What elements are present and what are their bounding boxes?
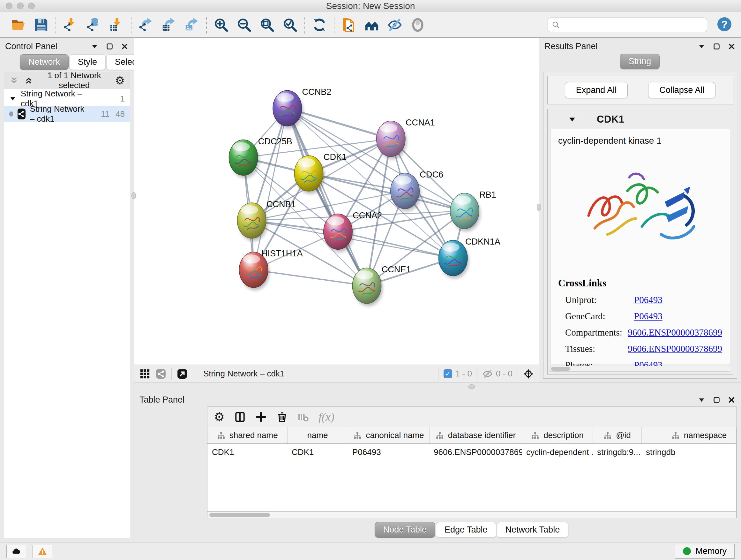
tab-string[interactable]: String [620, 54, 660, 69]
expand-all-button[interactable]: Expand All [565, 82, 628, 98]
panel-menu-icon[interactable] [90, 42, 99, 51]
table-horizontal-scrollbar[interactable] [207, 512, 737, 518]
horizontal-splitter-grip[interactable] [468, 384, 475, 389]
tab-edge-table[interactable]: Edge Table [436, 522, 496, 538]
network-node-CCNB2[interactable]: CCNB2 [273, 87, 331, 128]
hide-selected-button[interactable] [386, 16, 404, 34]
create-column-icon[interactable] [255, 411, 267, 423]
network-overview-button[interactable] [155, 368, 166, 379]
tab-node-table[interactable]: Node Table [375, 522, 435, 538]
collapse-all-button[interactable]: Collapse All [648, 82, 716, 98]
zoom-in-button[interactable] [212, 16, 230, 34]
search-input[interactable] [563, 20, 703, 30]
network-node-CCNB1[interactable]: CCNB1 [238, 199, 296, 241]
network-options-gear-icon[interactable]: ⚙ [115, 74, 125, 87]
delete-column-trash-icon[interactable] [276, 411, 288, 423]
import-network-from-database-button[interactable] [84, 16, 103, 34]
fit-selected-button[interactable] [523, 368, 534, 379]
network-edge[interactable] [254, 270, 367, 286]
save-session-button[interactable] [32, 16, 51, 34]
table-cell[interactable]: 9606.ENSP00000378699 [429, 444, 522, 460]
panel-close-icon[interactable] [727, 395, 736, 404]
panel-close-icon[interactable] [120, 42, 129, 51]
panel-menu-icon[interactable] [697, 42, 706, 51]
table-settings-gear-icon[interactable]: ⚙ [214, 411, 225, 423]
memory-button[interactable]: Memory [675, 544, 735, 559]
column-header--id[interactable]: @id [593, 427, 642, 444]
help-button[interactable]: ? [717, 17, 732, 33]
results-horizontal-scrollbar[interactable] [550, 366, 730, 372]
column-header-shared-name[interactable]: shared name [207, 427, 287, 444]
table-cell[interactable]: CDK1 [287, 444, 348, 460]
entry-caret-down-icon[interactable] [568, 115, 576, 124]
column-header-description[interactable]: description [522, 427, 593, 444]
table-cell[interactable]: cyclin-dependent ... [522, 444, 593, 460]
import-network-from-file-button[interactable] [61, 16, 80, 34]
export-network-button[interactable] [137, 16, 155, 34]
left-splitter-grip[interactable] [131, 192, 136, 199]
table-cell[interactable]: stringdb:9... [593, 444, 642, 460]
panel-menu-icon[interactable] [697, 395, 706, 404]
network-edge[interactable] [338, 232, 453, 258]
export-table-button[interactable] [159, 16, 178, 34]
refresh-view-button[interactable] [310, 16, 329, 34]
import-table-button[interactable] [107, 16, 126, 34]
grid-view-button[interactable] [139, 368, 150, 379]
tab-network-table[interactable]: Network Table [497, 522, 569, 538]
crosslink-link[interactable]: 9606.ENSP00000378699 [628, 344, 722, 354]
tree-caret-down-icon[interactable] [9, 95, 16, 102]
cloud-status-button[interactable] [6, 545, 26, 558]
tab-network[interactable]: Network [20, 54, 69, 70]
network-node-CDK1[interactable]: CDK1 [294, 152, 347, 194]
first-neighbors-button[interactable] [362, 16, 381, 34]
open-in-new-window-button[interactable] [177, 368, 188, 379]
gene-entry-header[interactable]: CDK1 [548, 109, 733, 129]
network-node-CDC6[interactable]: CDC6 [391, 170, 443, 211]
horizontal-splitter[interactable] [134, 382, 741, 391]
panel-float-icon[interactable] [105, 42, 114, 51]
column-header-database-identifier[interactable]: database identifier [429, 427, 522, 444]
show-all-button[interactable] [408, 16, 427, 34]
table-cell[interactable]: P06493 [348, 444, 429, 460]
panel-float-icon[interactable] [712, 395, 721, 404]
network-node-CDC25B[interactable]: CDC25B [229, 137, 292, 178]
expand-all-networks-icon[interactable] [24, 76, 33, 85]
right-splitter-grip[interactable] [537, 204, 541, 211]
network-node-RB1[interactable]: RB1 [450, 190, 496, 231]
collapse-all-networks-icon[interactable] [9, 76, 19, 85]
tab-style[interactable]: Style [69, 54, 106, 70]
network-node-HIST1H1A[interactable]: HIST1H1A [239, 249, 303, 290]
minimize-window-button[interactable] [17, 3, 23, 9]
crosslink-link[interactable]: P06493 [634, 295, 663, 305]
show-columns-icon[interactable] [234, 411, 246, 423]
maximize-window-button[interactable] [28, 3, 35, 9]
table-cell[interactable]: stringdb [642, 444, 737, 460]
table-scrollbar-thumb[interactable] [209, 513, 270, 517]
selected-checkbox-icon[interactable]: ✓ [444, 369, 452, 378]
zoom-out-button[interactable] [235, 16, 253, 34]
close-window-button[interactable] [6, 3, 12, 9]
network-canvas[interactable]: CCNB2CCNA1CDC25BCDK1CDC6RB1CCNB1CCNA2CDK… [134, 38, 539, 365]
open-session-button[interactable] [9, 16, 27, 34]
crosslink-link[interactable]: P06493 [634, 311, 663, 321]
delete-table-icon[interactable] [297, 411, 309, 423]
column-header-name[interactable]: name [287, 427, 348, 444]
panel-float-icon[interactable] [712, 42, 721, 51]
network-node-CCNE1[interactable]: CCNE1 [352, 265, 411, 306]
network-edge[interactable] [287, 108, 367, 286]
zoom-fit-button[interactable] [258, 16, 276, 34]
network-from-selection-button[interactable] [340, 16, 358, 34]
export-image-button[interactable] [183, 16, 201, 34]
column-header-namespace[interactable]: namespace [642, 427, 737, 444]
scrollbar-thumb[interactable] [551, 367, 570, 371]
network-edge[interactable] [254, 108, 287, 270]
zoom-selected-button[interactable] [281, 16, 299, 34]
crosslink-link[interactable]: 9606.ENSP00000378699 [628, 327, 722, 338]
attribute-table[interactable]: shared namenamecanonical namedatabase id… [207, 427, 737, 460]
function-builder-icon[interactable]: f(x) [319, 410, 334, 424]
network-node-CDKN1A[interactable]: CDKN1A [439, 237, 500, 278]
warnings-button[interactable] [32, 545, 52, 558]
network-row[interactable]: String Network – cdk1 11 48 [4, 106, 130, 122]
table-row[interactable]: CDK1CDK1P064939606.ENSP00000378699cyclin… [207, 444, 737, 460]
column-header-canonical-name[interactable]: canonical name [348, 427, 429, 444]
